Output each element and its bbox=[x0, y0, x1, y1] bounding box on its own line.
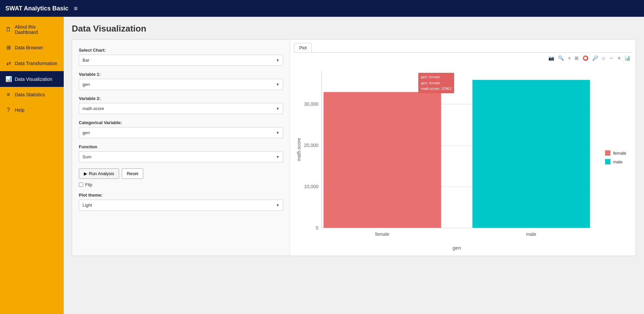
variable1-select[interactable]: genmath.scorereading.scorewriting.score bbox=[79, 79, 283, 90]
flip-checkbox[interactable] bbox=[79, 182, 83, 187]
zoom-out-icon[interactable]: 🔎 bbox=[591, 55, 599, 61]
legend-item-female: female bbox=[605, 150, 626, 156]
sidebar: 🗒 About this Dashboard ⊞ Data Browser ⇄ … bbox=[0, 17, 64, 314]
legend-swatch-male bbox=[605, 159, 610, 164]
plot-tab-bar: Plot bbox=[294, 43, 632, 53]
flip-row: Flip bbox=[79, 182, 283, 187]
reset-button[interactable]: Reset bbox=[122, 168, 143, 179]
sidebar-item-statistics[interactable]: ≡ Data Statistics bbox=[0, 87, 64, 102]
sidebar-label-help: Help bbox=[15, 107, 24, 113]
variable2-select[interactable]: math.scorereading.scorewriting.scoregen bbox=[79, 103, 283, 114]
legend-label-male: male bbox=[613, 159, 623, 164]
run-label: Run Analysis bbox=[89, 171, 114, 176]
svg-text:gen: gen bbox=[452, 245, 461, 251]
chart-container: gen: female gen: female math.score: 3296… bbox=[294, 63, 632, 252]
svg-text:male: male bbox=[526, 231, 536, 237]
sidebar-label-visualization: Data Visualization bbox=[15, 76, 52, 82]
chart-type-group: Select Chart: BarLineScatterHistogramBox… bbox=[79, 48, 283, 66]
zoom-plus-icon[interactable]: + bbox=[567, 55, 572, 61]
function-select-wrapper: SumMeanMedianCount ▼ bbox=[79, 151, 283, 162]
camera-icon[interactable]: 📷 bbox=[547, 55, 555, 61]
theme-select[interactable]: LightDarkMinimal bbox=[79, 200, 283, 211]
variable1-group: Variable 1: genmath.scorereading.scorewr… bbox=[79, 72, 283, 90]
categorical-label: Categorical Variable: bbox=[79, 120, 283, 125]
home-icon[interactable]: ⌂ bbox=[601, 55, 606, 61]
topbar: SWAT Analytics Basic ≡ bbox=[0, 0, 644, 17]
sidebar-item-visualization[interactable]: 📊 Data Visualization bbox=[0, 71, 64, 87]
chart-svg: 010,00020,00030,000math.scorefemalemaleg… bbox=[294, 63, 600, 252]
svg-text:math.score: math.score bbox=[296, 138, 302, 161]
variable1-select-wrapper: genmath.scorereading.scorewriting.score … bbox=[79, 79, 283, 90]
bar-male[interactable] bbox=[472, 80, 590, 228]
legend-item-male: male bbox=[605, 159, 626, 164]
content-area: Data Visualization Select Chart: BarLine… bbox=[64, 17, 644, 314]
function-select[interactable]: SumMeanMedianCount bbox=[79, 151, 283, 162]
variable2-select-wrapper: math.scorereading.scorewriting.scoregen … bbox=[79, 103, 283, 114]
legend-label-female: female bbox=[613, 151, 626, 156]
sidebar-item-browser[interactable]: ⊞ Data Browser bbox=[0, 40, 64, 55]
sidebar-label-transformation: Data Transformation bbox=[15, 61, 57, 66]
sidebar-icon-about: 🗒 bbox=[5, 27, 11, 33]
svg-text:10,000: 10,000 bbox=[304, 184, 319, 189]
svg-text:0: 0 bbox=[316, 225, 319, 230]
toggle-icon[interactable]: ≡ bbox=[616, 55, 622, 61]
flip-label[interactable]: Flip bbox=[85, 182, 92, 187]
plot-tab[interactable]: Plot bbox=[294, 43, 312, 52]
selection-icon[interactable]: ⊞ bbox=[573, 55, 580, 61]
menu-icon[interactable]: ≡ bbox=[74, 5, 78, 12]
lasso-icon[interactable]: ⭕ bbox=[581, 55, 590, 61]
control-panel: Select Chart: BarLineScatterHistogramBox… bbox=[72, 40, 290, 256]
chart-legend: female male bbox=[600, 63, 632, 252]
sidebar-label-about: About this Dashboard bbox=[15, 24, 58, 35]
run-play-icon: ▶ bbox=[84, 171, 87, 176]
sidebar-item-transformation[interactable]: ⇄ Data Transformation bbox=[0, 55, 64, 71]
page-title: Data Visualization bbox=[72, 23, 636, 34]
variable2-label: Variable 2: bbox=[79, 96, 283, 101]
run-analysis-button[interactable]: ▶ Run Analysis bbox=[79, 168, 119, 179]
main-layout: 🗒 About this Dashboard ⊞ Data Browser ⇄ … bbox=[0, 17, 644, 314]
sidebar-icon-browser: ⊞ bbox=[5, 44, 11, 51]
svg-text:female: female bbox=[375, 231, 389, 237]
sidebar-icon-statistics: ≡ bbox=[5, 92, 11, 98]
chart-type-select-wrapper: BarLineScatterHistogramBoxplot ▼ bbox=[79, 55, 283, 66]
bar-female[interactable] bbox=[324, 92, 441, 228]
chart-type-label: Select Chart: bbox=[79, 48, 283, 53]
chart-svg-area: gen: female gen: female math.score: 3296… bbox=[294, 63, 600, 252]
bar-chart-icon[interactable]: 📊 bbox=[623, 55, 632, 61]
plot-theme-label: Plot theme: bbox=[79, 193, 283, 198]
svg-text:30,000: 30,000 bbox=[304, 101, 319, 107]
sidebar-item-about[interactable]: 🗒 About this Dashboard bbox=[0, 19, 64, 40]
sidebar-icon-transformation: ⇄ bbox=[5, 60, 11, 66]
categorical-group: Categorical Variable: genmath.scorereadi… bbox=[79, 120, 283, 138]
chart-panel: Plot 📷 🔍 + ⊞ ⭕ 🔎 ⌂ ↔ ≡ 📊 bbox=[290, 40, 636, 256]
pan-icon[interactable]: ↔ bbox=[608, 55, 615, 61]
sidebar-label-statistics: Data Statistics bbox=[15, 92, 45, 97]
variable1-label: Variable 1: bbox=[79, 72, 283, 77]
sidebar-item-help[interactable]: ? Help bbox=[0, 102, 64, 118]
categorical-select[interactable]: genmath.scorereading.scorewriting.score bbox=[79, 127, 283, 138]
chart-type-select[interactable]: BarLineScatterHistogramBoxplot bbox=[79, 55, 283, 66]
zoom-in-icon[interactable]: 🔍 bbox=[557, 55, 565, 61]
chart-toolbar: 📷 🔍 + ⊞ ⭕ 🔎 ⌂ ↔ ≡ 📊 bbox=[294, 55, 632, 61]
categorical-select-wrapper: genmath.scorereading.scorewriting.score … bbox=[79, 127, 283, 138]
sidebar-icon-help: ? bbox=[5, 107, 11, 113]
legend-swatch-female bbox=[605, 150, 610, 156]
plot-theme-group: Plot theme: LightDarkMinimal ▼ bbox=[79, 193, 283, 211]
sidebar-icon-visualization: 📊 bbox=[5, 76, 11, 82]
variable2-group: Variable 2: math.scorereading.scorewriti… bbox=[79, 96, 283, 114]
svg-text:20,000: 20,000 bbox=[304, 143, 319, 148]
action-buttons: ▶ Run Analysis Reset bbox=[79, 168, 283, 179]
app-title: SWAT Analytics Basic bbox=[5, 5, 68, 12]
function-group: Function SumMeanMedianCount ▼ bbox=[79, 144, 283, 162]
function-label: Function bbox=[79, 144, 283, 149]
sidebar-label-browser: Data Browser bbox=[15, 45, 43, 50]
theme-select-wrapper: LightDarkMinimal ▼ bbox=[79, 200, 283, 211]
main-card: Select Chart: BarLineScatterHistogramBox… bbox=[72, 39, 636, 256]
